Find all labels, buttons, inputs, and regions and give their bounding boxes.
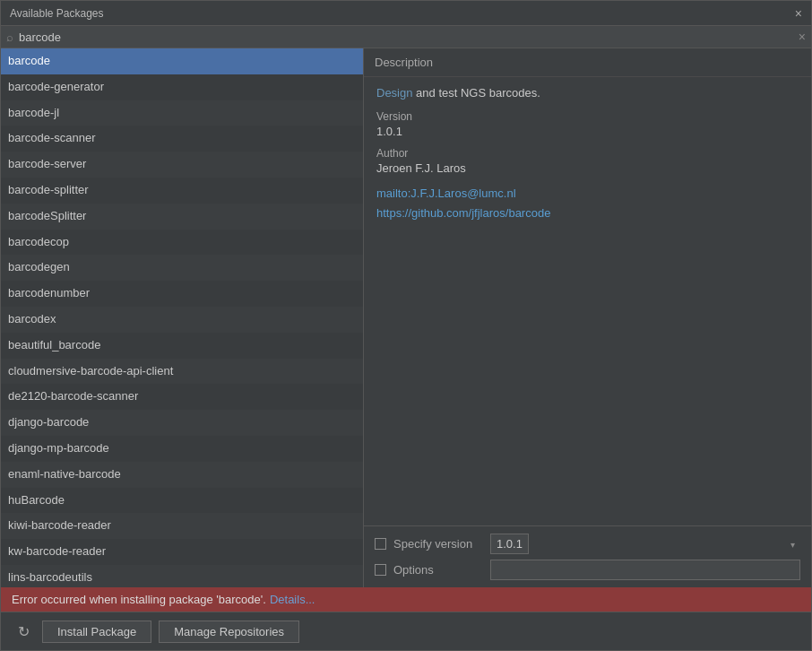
author-label: Author <box>376 147 799 160</box>
list-item[interactable]: beautiful_barcode <box>1 333 363 359</box>
mailto-link[interactable]: mailto:J.F.J.Laros@lumc.nl <box>376 184 799 204</box>
list-item[interactable]: cloudmersive-barcode-api-client <box>1 359 363 385</box>
list-item[interactable]: django-barcode <box>1 410 363 436</box>
list-item[interactable]: kw-barcode-reader <box>1 539 363 565</box>
error-bar: Error occurred when installing package '… <box>1 587 811 612</box>
select-arrow-icon: ▾ <box>790 539 795 549</box>
list-item[interactable]: barcodenumber <box>1 281 363 307</box>
bottom-controls: Specify version 1.0.1 ▾ Options <box>364 525 811 587</box>
specify-version-label: Specify version <box>393 537 483 551</box>
error-details-link[interactable]: Details... <box>270 593 315 606</box>
clear-search-button[interactable]: × <box>799 30 806 44</box>
search-bar: ⌕ × <box>1 26 811 48</box>
list-item[interactable]: barcode <box>1 48 363 74</box>
list-item[interactable]: barcode-scanner <box>1 126 363 152</box>
list-item[interactable]: barcode-splitter <box>1 178 363 204</box>
list-item[interactable]: enaml-native-barcode <box>1 462 363 488</box>
specify-version-row: Specify version 1.0.1 ▾ <box>375 534 800 554</box>
desc-highlight: Design <box>376 86 412 100</box>
list-item[interactable]: django-mp-barcode <box>1 436 363 462</box>
version-label: Version <box>376 110 799 123</box>
list-item[interactable]: barcodeSplitter <box>1 204 363 230</box>
list-item[interactable]: barcode-jl <box>1 100 363 126</box>
search-input[interactable] <box>19 30 793 44</box>
author-value: Jeroen F.J. Laros <box>376 161 799 175</box>
close-button[interactable]: × <box>795 7 802 20</box>
title-bar: Available Packages × <box>1 1 811 26</box>
description-header: Description <box>364 48 811 77</box>
version-value: 1.0.1 <box>376 125 799 138</box>
refresh-button[interactable]: ↻ <box>12 620 35 643</box>
description-panel: Description Design and test NGS barcodes… <box>364 48 811 587</box>
list-item[interactable]: barcodecop <box>1 230 363 256</box>
available-packages-window: Available Packages × ⌕ × barcodebarcode-… <box>0 0 812 651</box>
list-item[interactable]: lins-barcodeutils <box>1 565 363 587</box>
desc-suffix: and test NGS barcodes. <box>412 86 540 100</box>
description-text: Design and test NGS barcodes. <box>376 86 799 100</box>
github-link[interactable]: https://github.com/jfjlaros/barcode <box>376 204 799 223</box>
version-select-wrapper: 1.0.1 ▾ <box>490 534 800 554</box>
error-message: Error occurred when installing package '… <box>12 593 266 606</box>
list-item[interactable]: barcode-generator <box>1 74 363 100</box>
footer-bar: ↻ Install Package Manage Repositories <box>1 612 811 650</box>
options-row: Options <box>375 560 800 580</box>
window-title: Available Packages <box>10 7 104 20</box>
refresh-icon: ↻ <box>18 623 30 640</box>
list-item[interactable]: barcodex <box>1 307 363 333</box>
list-item[interactable]: de2120-barcode-scanner <box>1 384 363 410</box>
search-icon: ⌕ <box>6 30 13 44</box>
specify-version-checkbox[interactable] <box>375 538 386 550</box>
install-package-button[interactable]: Install Package <box>42 621 151 643</box>
list-item[interactable]: kiwi-barcode-reader <box>1 513 363 539</box>
version-select[interactable]: 1.0.1 <box>490 534 529 554</box>
list-item[interactable]: barcodegen <box>1 255 363 281</box>
manage-repositories-button[interactable]: Manage Repositories <box>159 621 299 643</box>
options-checkbox[interactable] <box>375 564 386 576</box>
package-list: barcodebarcode-generatorbarcode-jlbarcod… <box>1 48 364 587</box>
description-body: Design and test NGS barcodes. Version 1.… <box>364 77 811 525</box>
options-input[interactable] <box>490 560 800 580</box>
list-item[interactable]: huBarcode <box>1 488 363 514</box>
options-label: Options <box>393 563 483 577</box>
main-content: barcodebarcode-generatorbarcode-jlbarcod… <box>1 48 811 587</box>
list-item[interactable]: barcode-server <box>1 152 363 178</box>
